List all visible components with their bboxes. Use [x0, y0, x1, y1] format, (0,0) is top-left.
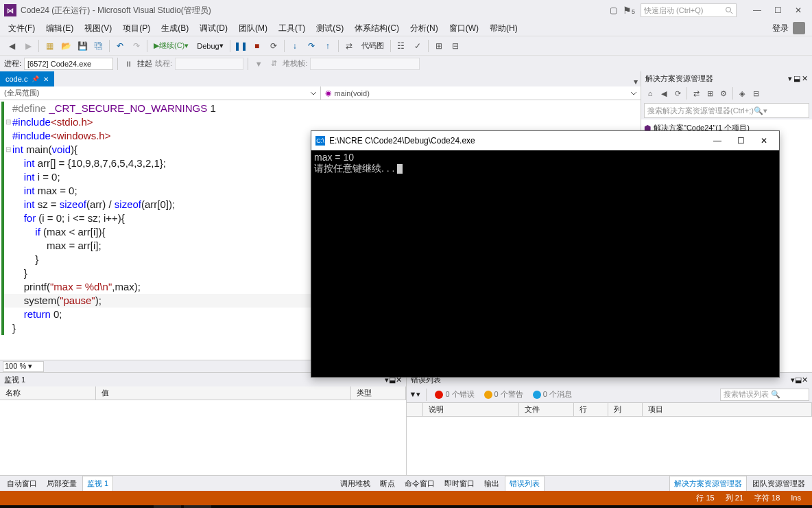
code-line[interactable]: #define _CRT_SECURE_NO_WARNINGS 1	[1, 102, 641, 115]
redo-button[interactable]: ↷	[129, 38, 144, 54]
suspend-button[interactable]: ⏸	[122, 58, 134, 70]
menu-帮助h[interactable]: 帮助(H)	[484, 21, 523, 36]
code-map-button[interactable]: 代码图	[358, 40, 387, 51]
console-title-text: E:\NCRE C\Code24\Debug\Code24.exe	[329, 136, 475, 146]
scope-dropdown[interactable]: (全局范围)	[0, 86, 321, 100]
properties-icon[interactable]: ⚙	[717, 87, 730, 100]
nav-back-button[interactable]: ◀	[4, 38, 19, 54]
tab-自动窗口[interactable]: 自动窗口	[3, 476, 41, 491]
tab-调用堆栈[interactable]: 调用堆栈	[336, 476, 374, 491]
undo-button[interactable]: ↶	[112, 38, 128, 54]
menu-测试s[interactable]: 测试(S)	[311, 21, 349, 36]
tab-解决方案资源管理器[interactable]: 解决方案资源管理器	[669, 476, 747, 491]
step-over-button[interactable]: ↷	[304, 38, 319, 54]
console-close-button[interactable]: ✕	[753, 132, 775, 149]
zoom-select[interactable]: 100 % ▾	[3, 361, 44, 372]
notifications-flag-icon[interactable]: ⚑5	[623, 5, 635, 16]
console-minimize-button[interactable]: ―	[706, 132, 728, 149]
continue-button[interactable]: ▶ 继续(C) ▾	[150, 40, 192, 51]
error-search-input[interactable]: 搜索错误列表 🔍	[720, 389, 809, 401]
minimize-button[interactable]: ―	[748, 3, 767, 17]
step-out-button[interactable]: ↑	[320, 38, 335, 54]
console-window[interactable]: C:\ E:\NCRE C\Code24\Debug\Code24.exe ― …	[311, 130, 780, 378]
menu-窗口w[interactable]: 窗口(W)	[444, 21, 484, 36]
tab-断点[interactable]: 断点	[376, 476, 399, 491]
save-button[interactable]: 💾	[75, 38, 90, 54]
collapse-icon[interactable]: ⊟	[750, 87, 762, 100]
login-link[interactable]: 登录	[772, 23, 789, 34]
tab-overflow-button[interactable]: ▾	[631, 77, 641, 86]
menu-项目p[interactable]: 项目(P)	[117, 21, 156, 36]
tab-错误列表[interactable]: 错误列表	[505, 476, 545, 491]
tab-团队资源管理器[interactable]: 团队资源管理器	[748, 476, 809, 491]
feedback-icon[interactable]: ▢	[610, 5, 617, 15]
filter-button[interactable]: ▼	[252, 58, 265, 70]
start-button[interactable]	[3, 505, 30, 508]
menu-团队m[interactable]: 团队(M)	[233, 21, 273, 36]
solution-search-input[interactable]: 搜索解决方案资源管理器(Ctrl+;) 🔍▾	[644, 103, 809, 118]
menu-调试d[interactable]: 调试(D)	[194, 21, 233, 36]
doc-tab-code-c[interactable]: code.c 📌 ✕	[0, 71, 54, 86]
home-icon[interactable]: ⌂	[644, 87, 656, 100]
close-icon[interactable]: ✕	[802, 74, 808, 83]
back-icon[interactable]: ◀	[658, 87, 670, 100]
console-taskbar-icon[interactable]	[184, 505, 211, 508]
tab-命令窗口[interactable]: 命令窗口	[401, 476, 439, 491]
restart-button[interactable]: ⟳	[266, 38, 281, 54]
refresh-icon[interactable]: ⟳	[671, 87, 684, 100]
task-view-icon[interactable]: ⊞	[93, 505, 121, 508]
chrome-icon[interactable]	[123, 505, 151, 508]
cortana-icon[interactable]: ○	[63, 505, 91, 508]
menu-工具t[interactable]: 工具(T)	[273, 21, 311, 36]
menu-文件f[interactable]: 文件(F)	[3, 21, 40, 36]
toolbar-button-3[interactable]: ✓	[410, 38, 425, 54]
menu-视图v[interactable]: 视图(V)	[79, 21, 117, 36]
member-dropdown[interactable]: ◉main(void)	[321, 86, 641, 100]
toolbar-button-5[interactable]: ⊟	[448, 38, 463, 54]
console-maximize-button[interactable]: ☐	[730, 132, 752, 149]
filter-icon[interactable]: ▼▾	[409, 390, 421, 399]
save-all-button[interactable]: ⿻	[91, 38, 106, 54]
code-line[interactable]: ⊟#include<stdio.h>	[1, 115, 641, 129]
menu-分析n[interactable]: 分析(N)	[405, 21, 444, 36]
step-into-button[interactable]: ↓	[287, 38, 302, 54]
stop-button[interactable]: ■	[250, 38, 265, 54]
stackframe-select[interactable]	[310, 58, 420, 70]
pin-icon[interactable]: ⬓	[793, 74, 800, 83]
console-titlebar[interactable]: C:\ E:\NCRE C\Code24\Debug\Code24.exe ― …	[311, 131, 779, 150]
quick-launch-input[interactable]: 快速启动 (Ctrl+Q)	[641, 3, 737, 17]
toolbar-button[interactable]: ⇄	[342, 38, 357, 54]
new-button[interactable]: ▦	[42, 38, 57, 54]
close-button[interactable]: ✕	[789, 3, 808, 17]
error-list-panel: 错误列表 ▾⬓✕ ▼▾ 0 个错误 0 个警告 0 个消息 搜索错误列表 🔍 说…	[407, 373, 813, 475]
menu-编辑e[interactable]: 编辑(E)	[40, 21, 79, 36]
visualstudio-icon[interactable]: ⋈	[154, 505, 181, 508]
tab-即时窗口[interactable]: 即时窗口	[440, 476, 479, 491]
dropdown-icon[interactable]: ▾	[788, 74, 792, 83]
pin-icon[interactable]: 📌	[32, 76, 39, 82]
process-select[interactable]: [6572] Code24.exe	[24, 58, 113, 70]
menu-体系结构c[interactable]: 体系结构(C)	[349, 21, 405, 36]
nav-fwd-button[interactable]: ▶	[21, 38, 36, 54]
tab-输出[interactable]: 输出	[480, 476, 503, 491]
maximize-button[interactable]: ☐	[768, 3, 787, 17]
pause-button[interactable]: ❚❚	[233, 38, 248, 54]
nav-button[interactable]: ⇵	[267, 58, 280, 70]
warnings-filter[interactable]: 0 个警告	[481, 388, 526, 401]
close-icon[interactable]: ✕	[43, 76, 49, 83]
show-all-icon[interactable]: ⊞	[704, 87, 716, 100]
open-button[interactable]: 📂	[58, 38, 73, 54]
sync-icon[interactable]: ⇄	[690, 87, 702, 100]
toolbar-button-2[interactable]: ☷	[394, 38, 409, 54]
tab-监视 1[interactable]: 监视 1	[82, 476, 113, 491]
thread-select[interactable]	[175, 58, 243, 70]
preview-icon[interactable]: ◈	[736, 87, 748, 100]
menu-生成b[interactable]: 生成(B)	[156, 21, 194, 36]
toolbar-button-4[interactable]: ⊞	[431, 38, 446, 54]
search-icon[interactable]: 🔍	[33, 505, 60, 508]
tab-局部变量[interactable]: 局部变量	[43, 476, 81, 491]
config-dropdown[interactable]: Debug ▾	[193, 41, 226, 51]
messages-filter[interactable]: 0 个消息	[530, 388, 575, 401]
avatar-icon[interactable]	[793, 22, 805, 34]
errors-filter[interactable]: 0 个错误	[432, 388, 477, 401]
